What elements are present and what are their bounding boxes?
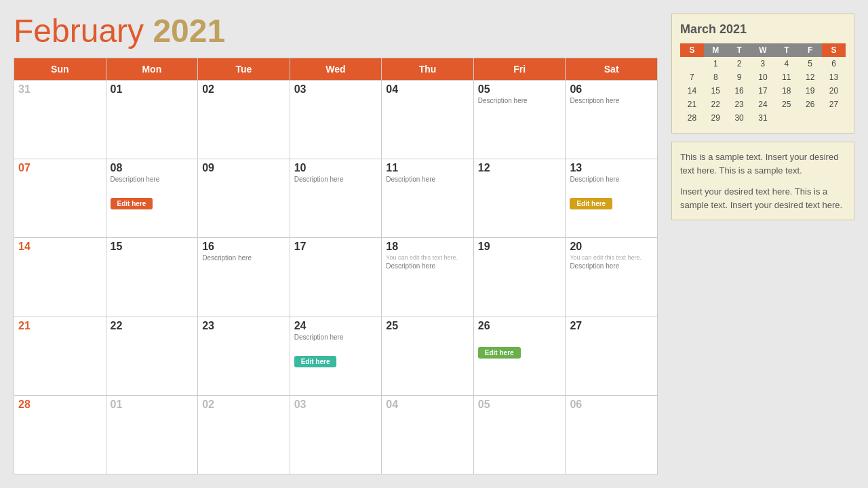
mini-day-cell xyxy=(680,57,704,70)
calendar-cell: 25 xyxy=(382,317,474,395)
day-number: 26 xyxy=(478,320,561,332)
description-text: Description here xyxy=(570,262,653,270)
day-number: 14 xyxy=(18,241,102,253)
mini-day-cell: 15 xyxy=(704,84,728,98)
mini-day-cell: 16 xyxy=(728,84,751,98)
week-row-2: 141516Description here1718You can edit t… xyxy=(14,238,658,317)
edit-button[interactable]: Edit here xyxy=(294,356,337,367)
calendar-cell: 20You can edit this text here.Descriptio… xyxy=(566,238,658,317)
calendar-cell: 07 xyxy=(14,159,106,238)
mini-day-cell: 23 xyxy=(728,98,751,111)
mini-col-header: T xyxy=(728,43,751,57)
mini-day-cell: 6 xyxy=(822,57,846,70)
calendar-cell: 05 xyxy=(473,395,566,474)
day-number: 19 xyxy=(478,241,561,253)
day-number: 07 xyxy=(18,162,102,174)
day-number: 03 xyxy=(294,399,378,411)
sample-text-2: Insert your desired text here. This is a… xyxy=(680,185,846,211)
mini-day-cell: 30 xyxy=(728,111,751,125)
day-number: 03 xyxy=(294,83,378,96)
edit-button[interactable]: Edit here xyxy=(478,347,521,359)
day-number: 16 xyxy=(202,241,285,253)
calendar-cell: 27 xyxy=(566,317,658,395)
mini-day-cell: 14 xyxy=(680,84,704,98)
mini-day-cell: 21 xyxy=(680,98,704,111)
mini-week-row: 14151617181920 xyxy=(680,84,846,98)
mini-calendar: SMTWTFS 12345678910111213141516171819202… xyxy=(680,43,846,125)
mini-day-cell: 19 xyxy=(798,84,822,98)
mini-day-cell: 7 xyxy=(680,70,704,84)
week-row-1: 0708Description hereEdit here0910Descrip… xyxy=(14,159,658,238)
calendar-cell: 09 xyxy=(198,159,290,238)
day-number: 10 xyxy=(294,162,378,174)
sample-text-box: This is a sample text. Insert your desir… xyxy=(671,142,854,220)
week-row-0: 310102030405Description here06Descriptio… xyxy=(14,80,658,159)
day-number: 04 xyxy=(386,399,469,411)
col-header-tue: Tue xyxy=(198,58,290,80)
mini-day-cell: 17 xyxy=(751,84,775,98)
calendar-cell: 04 xyxy=(382,80,474,159)
description-text: Description here xyxy=(111,176,194,183)
calendar-cell: 06Description here xyxy=(566,80,658,159)
day-number: 24 xyxy=(294,320,378,332)
mini-col-header: S xyxy=(680,43,704,57)
description-text: Description here xyxy=(570,97,653,104)
day-number: 11 xyxy=(386,162,469,174)
mini-day-cell: 20 xyxy=(822,84,846,98)
calendar-cell: 28 xyxy=(14,395,106,474)
mini-day-cell: 31 xyxy=(751,111,775,125)
mini-day-cell: 29 xyxy=(704,111,728,125)
description-text: Description here xyxy=(386,176,469,183)
mini-day-cell: 2 xyxy=(728,57,751,70)
day-number: 05 xyxy=(478,399,561,411)
calendar-cell: 05Description here xyxy=(473,80,566,159)
day-number: 15 xyxy=(111,241,194,253)
day-number: 05 xyxy=(478,83,561,96)
description-text: Description here xyxy=(478,97,561,104)
mini-week-row: 123456 xyxy=(680,57,846,70)
small-description: You can edit this text here. xyxy=(570,254,653,261)
mini-day-cell: 8 xyxy=(704,70,728,84)
description-text: Description here xyxy=(294,333,378,341)
calendar-cell: 22 xyxy=(106,317,198,395)
main-section: February 2021 SunMonTueWedThuFriSat 3101… xyxy=(14,14,658,474)
day-number: 09 xyxy=(202,162,285,174)
day-number: 02 xyxy=(202,399,285,411)
description-text: Description here xyxy=(386,262,469,270)
day-number: 06 xyxy=(570,399,653,411)
mini-col-header: M xyxy=(704,43,728,57)
col-header-sat: Sat xyxy=(566,58,658,80)
calendar-cell: 18You can edit this text here.Descriptio… xyxy=(382,238,474,317)
calendar-cell: 14 xyxy=(14,238,106,317)
edit-button[interactable]: Edit here xyxy=(111,198,153,209)
day-number: 25 xyxy=(386,320,469,332)
month-label: February xyxy=(14,13,144,49)
calendar-cell: 03 xyxy=(290,395,382,474)
edit-button[interactable]: Edit here xyxy=(570,198,612,209)
mini-cal-title: March 2021 xyxy=(680,22,846,37)
calendar-cell: 10Description here xyxy=(290,159,382,238)
mini-col-header: S xyxy=(822,43,846,57)
page-title: February 2021 xyxy=(14,14,658,49)
mini-day-cell xyxy=(798,111,822,125)
description-text: Description here xyxy=(202,254,285,262)
col-header-thu: Thu xyxy=(382,58,474,80)
day-number: 12 xyxy=(478,162,561,174)
mini-day-cell: 5 xyxy=(798,57,822,70)
mini-day-cell: 18 xyxy=(774,84,798,98)
day-number: 01 xyxy=(111,83,194,96)
day-number: 18 xyxy=(386,241,469,253)
calendar-cell: 01 xyxy=(106,395,198,474)
calendar-cell: 21 xyxy=(14,317,106,395)
calendar-cell: 23 xyxy=(198,317,290,395)
mini-week-row: 21222324252627 xyxy=(680,98,846,111)
main-calendar: SunMonTueWedThuFriSat 310102030405Descri… xyxy=(14,58,658,474)
calendar-cell: 19 xyxy=(473,238,566,317)
calendar-cell: 16Description here xyxy=(198,238,290,317)
mini-day-cell: 27 xyxy=(822,98,846,111)
mini-week-row: 78910111213 xyxy=(680,70,846,84)
mini-day-cell xyxy=(774,111,798,125)
mini-day-cell: 11 xyxy=(774,70,798,84)
mini-day-cell: 10 xyxy=(751,70,775,84)
mini-calendar-container: March 2021 SMTWTFS 123456789101112131415… xyxy=(671,14,854,134)
